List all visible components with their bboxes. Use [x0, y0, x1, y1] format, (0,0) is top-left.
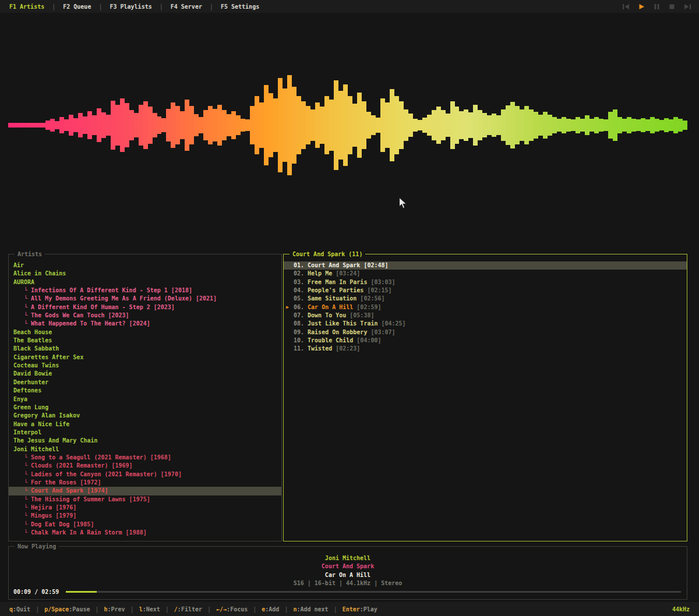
- track-row[interactable]: 07.Down To You[05:38]: [284, 311, 687, 320]
- waveform-bar: [329, 100, 334, 151]
- artist-row[interactable]: Cocteau Twins: [9, 362, 281, 370]
- artist-row[interactable]: David Bowie: [9, 370, 281, 378]
- track-row[interactable]: 08.Just Like This Train[04:25]: [284, 320, 687, 328]
- tab-settings[interactable]: F5 Settings: [221, 3, 259, 10]
- waveform-bar: [180, 111, 185, 139]
- track-row[interactable]: 10.Trouble Child[04:00]: [284, 337, 687, 345]
- artist-row[interactable]: Deerhunter: [9, 378, 281, 387]
- binding-separator: |: [165, 606, 169, 613]
- album-row[interactable]: └ All My Demons Greeting Me As A Friend …: [9, 295, 281, 303]
- track-marker: [284, 337, 294, 345]
- waveform-bar: [571, 119, 576, 130]
- tab-server[interactable]: F4 Server: [171, 3, 202, 10]
- stop-icon[interactable]: [669, 4, 675, 9]
- waveform-bar: [324, 96, 329, 154]
- tab-queue[interactable]: F2 Queue: [63, 3, 91, 10]
- artist-row[interactable]: Deftones: [9, 387, 281, 395]
- album-row[interactable]: └ The Gods We Can Touch [2023]: [9, 311, 281, 320]
- waveform-bar: [185, 100, 189, 151]
- track-row[interactable]: 05.Same Situation[02:56]: [284, 295, 687, 303]
- artist-row[interactable]: Alice in Chains: [9, 270, 281, 278]
- waveform-bar: [617, 117, 622, 133]
- album-row[interactable]: └ A Different Kind Of Human - Step 2 [20…: [9, 303, 281, 311]
- track-title: Down To You: [308, 311, 346, 320]
- media-controls: [623, 4, 691, 9]
- track-row[interactable]: 03.Free Man In Paris[03:03]: [284, 278, 687, 286]
- track-row[interactable]: 02.Help Me[03:24]: [284, 270, 687, 278]
- artist-row[interactable]: Interpol: [9, 429, 281, 437]
- artist-row[interactable]: AURORA: [9, 278, 281, 286]
- artist-row[interactable]: The Jesus And Mary Chain: [9, 437, 281, 445]
- tab-separator: |: [52, 3, 55, 10]
- album-row[interactable]: └ What Happened To The Heart? [2024]: [9, 320, 281, 328]
- track-number: 04.: [294, 286, 304, 295]
- album-row[interactable]: └ Song to a Seagull (2021 Remaster) [196…: [9, 454, 281, 462]
- waveform-bar: [157, 116, 162, 134]
- waveform-bar: [338, 91, 343, 160]
- now-playing-panel-title: Now Playing: [15, 543, 59, 550]
- top-bar: F1 Artists|F2 Queue|F3 Playlists|F4 Serv…: [0, 0, 699, 13]
- track-row[interactable]: 09.Raised On Robbery[03:07]: [284, 328, 687, 337]
- waveform-bar: [585, 115, 589, 134]
- album-row[interactable]: └ Clouds (2021 Remaster) [1969]: [9, 462, 281, 470]
- album-row[interactable]: └ Dog Eat Dog [1985]: [9, 521, 281, 529]
- audio-format-info: S16 | 16-bit | 44.1kHz | Stereo: [9, 579, 687, 587]
- album-row[interactable]: └ Infections Of A Different Kind - Step …: [9, 286, 281, 295]
- artists-panel-title: Artists: [15, 250, 45, 258]
- tracks-list: 01.Court And Spark[02:48]02.Help Me[03:2…: [284, 254, 687, 353]
- track-title: Car On A Hill: [308, 303, 353, 311]
- album-row[interactable]: └ Court And Spark [1974]: [9, 487, 281, 495]
- track-marker: [284, 320, 294, 328]
- waveform-bar: [22, 123, 27, 127]
- waveform-bar: [17, 123, 22, 127]
- album-row[interactable]: └ The Hissing of Summer Lawns [1975]: [9, 495, 281, 504]
- progress-bar[interactable]: [66, 591, 681, 593]
- artist-row[interactable]: Joni Mitchell: [9, 445, 281, 454]
- waveform-bar: [125, 103, 129, 147]
- album-row[interactable]: └ Ladies of the Canyon (2021 Remaster) […: [9, 470, 281, 479]
- playing-indicator-icon: ▶: [284, 303, 294, 311]
- artist-row[interactable]: Cigarettes After Sex: [9, 353, 281, 362]
- artist-row[interactable]: Beach House: [9, 328, 281, 337]
- skip-previous-icon[interactable]: [623, 4, 629, 9]
- pause-icon[interactable]: [654, 4, 659, 9]
- waveform-bar: [534, 112, 538, 139]
- track-duration: [03:24]: [336, 270, 360, 278]
- artist-row[interactable]: Air: [9, 261, 281, 270]
- waveform-bar: [227, 114, 231, 137]
- waveform-bar: [594, 117, 599, 133]
- tab-playlists[interactable]: F3 Playlists: [110, 3, 151, 10]
- waveform-bar: [664, 118, 669, 133]
- waveform-bar: [269, 93, 273, 157]
- tab-artists[interactable]: F1 Artists: [9, 3, 44, 10]
- artist-row[interactable]: The Beatles: [9, 337, 281, 345]
- waveform-bar: [655, 119, 659, 131]
- track-row[interactable]: 01.Court And Spark[02:48]: [284, 261, 687, 270]
- skip-next-icon[interactable]: [684, 4, 691, 9]
- artist-row[interactable]: Green Lung: [9, 403, 281, 412]
- artist-row[interactable]: Enya: [9, 395, 281, 403]
- album-row[interactable]: └ Chalk Mark In A Rain Storm [1988]: [9, 529, 281, 537]
- play-icon[interactable]: [639, 4, 644, 9]
- track-row[interactable]: 11.Twisted[02:23]: [284, 345, 687, 353]
- waveform-bar: [97, 108, 101, 142]
- track-title: Raised On Robbery: [308, 328, 367, 337]
- album-row[interactable]: └ For the Roses [1972]: [9, 479, 281, 487]
- track-number: 03.: [294, 278, 304, 286]
- artist-row[interactable]: Black Sabbath: [9, 345, 281, 353]
- binding-action: :Play: [360, 606, 377, 613]
- waveform-bar: [371, 115, 376, 134]
- track-number: 07.: [294, 311, 304, 320]
- artist-row[interactable]: Have a Nice Life: [9, 420, 281, 429]
- track-duration: [04:00]: [356, 337, 381, 345]
- waveform-bar: [524, 106, 529, 145]
- track-row[interactable]: 04.People's Parties[02:15]: [284, 286, 687, 295]
- waveform-bar: [199, 117, 203, 133]
- artist-row[interactable]: Gregory Alan Isakov: [9, 412, 281, 420]
- binding-action: :Prev: [108, 606, 125, 613]
- album-row[interactable]: └ Hejira [1976]: [9, 504, 281, 512]
- track-row[interactable]: ▶06.Car On A Hill[02:59]: [284, 303, 687, 311]
- waveform-bar: [362, 101, 366, 150]
- waveform-bar: [366, 112, 371, 139]
- album-row[interactable]: └ Mingus [1979]: [9, 512, 281, 520]
